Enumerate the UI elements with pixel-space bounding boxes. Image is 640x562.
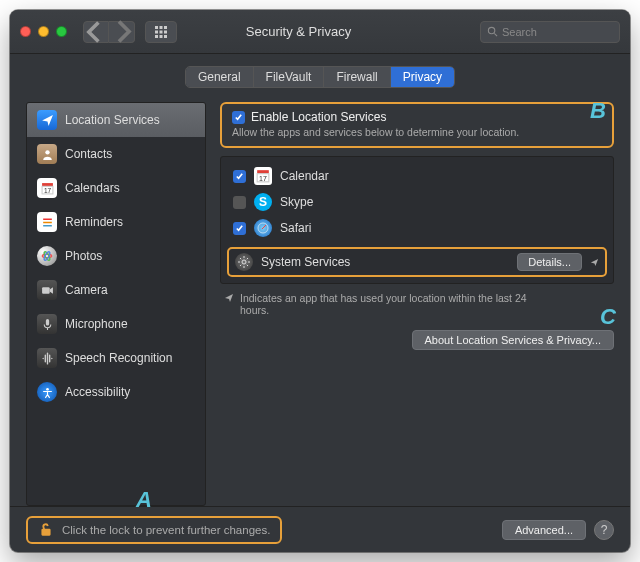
sidebar-item-label: Accessibility [65,385,130,399]
close-window-button[interactable] [20,26,31,37]
annotation-a: A [136,487,152,513]
tab-firewall[interactable]: Firewall [324,67,390,87]
sidebar-item-label: Speech Recognition [65,351,172,365]
enable-location-label: Enable Location Services [251,110,386,124]
contacts-icon [37,144,57,164]
bottom-bar: Click the lock to prevent further change… [10,506,630,552]
search-placeholder: Search [502,26,537,38]
sidebar-item-label: Microphone [65,317,128,331]
back-button[interactable] [83,21,109,43]
lock-icon[interactable] [38,522,54,538]
svg-text:17: 17 [259,175,267,182]
app-label: Skype [280,195,313,209]
sidebar-item-microphone[interactable]: Microphone [27,307,205,341]
system-services-row: System Services Details... [227,247,607,277]
app-checkbox[interactable] [233,222,246,235]
search-field[interactable]: Search [480,21,620,43]
sidebar-item-accessibility[interactable]: Accessibility [27,375,205,409]
safari-icon [254,219,272,237]
skype-icon: S [254,193,272,211]
svg-point-9 [488,27,494,33]
svg-rect-23 [45,319,48,326]
annotation-c: C [600,304,616,330]
detail-panel: Enable Location Services Allow the apps … [220,102,614,506]
tab-privacy[interactable]: Privacy [391,67,454,87]
sidebar-item-contacts[interactable]: Contacts [27,137,205,171]
help-button[interactable]: ? [594,520,614,540]
window-controls [20,26,67,37]
svg-line-35 [247,265,248,266]
app-list: 17 Calendar S Skype Safari System Servic… [220,156,614,284]
camera-icon [37,280,57,300]
sidebar-item-location-services[interactable]: Location Services [27,103,205,137]
svg-line-36 [240,265,241,266]
search-icon [487,26,498,37]
sidebar-item-label: Camera [65,283,108,297]
about-location-button[interactable]: About Location Services & Privacy... [412,330,615,350]
tabs: General FileVault Firewall Privacy [10,66,630,88]
advanced-button[interactable]: Advanced... [502,520,586,540]
svg-point-11 [45,150,49,154]
tab-filevault[interactable]: FileVault [254,67,325,87]
preferences-window: Security & Privacy Search General FileVa… [10,10,630,552]
calendar-app-icon: 17 [254,167,272,185]
sidebar-item-speech-recognition[interactable]: Speech Recognition [27,341,205,375]
sidebar-item-label: Calendars [65,181,120,195]
svg-rect-38 [41,528,50,535]
svg-text:17: 17 [43,186,51,193]
lock-box: Click the lock to prevent further change… [26,516,282,544]
enable-location-box: Enable Location Services Allow the apps … [220,102,614,148]
app-label: Safari [280,221,311,235]
app-row-skype: S Skype [227,191,607,213]
sidebar-item-reminders[interactable]: Reminders [27,205,205,239]
sidebar-item-label: Reminders [65,215,123,229]
details-button[interactable]: Details... [517,253,582,271]
svg-line-10 [494,33,497,36]
sidebar-item-label: Location Services [65,113,160,127]
annotation-b: B [590,98,606,124]
sidebar-item-label: Photos [65,249,102,263]
app-checkbox[interactable] [233,196,246,209]
enable-location-subtitle: Allow the apps and services below to det… [232,126,602,138]
indicator-note: Indicates an app that has used your loca… [220,292,614,316]
svg-line-37 [247,258,248,259]
gear-icon [235,253,253,271]
app-checkbox[interactable] [233,170,246,183]
svg-rect-22 [42,287,50,294]
lock-text: Click the lock to prevent further change… [62,524,270,536]
photos-icon [37,246,57,266]
speech-icon [37,348,57,368]
sidebar-item-calendars[interactable]: 17 Calendars [27,171,205,205]
svg-line-34 [240,258,241,259]
sidebar-item-photos[interactable]: Photos [27,239,205,273]
app-row-calendar: 17 Calendar [227,165,607,187]
svg-point-29 [242,260,246,264]
location-indicator-icon [590,258,599,267]
accessibility-icon [37,382,57,402]
system-services-label: System Services [261,255,509,269]
zoom-window-button[interactable] [56,26,67,37]
app-row-safari: Safari [227,217,607,239]
tab-general[interactable]: General [186,67,254,87]
microphone-icon [37,314,57,334]
calendar-icon: 17 [37,178,57,198]
privacy-sidebar: Location Services Contacts 17 Calendars … [26,102,206,506]
sidebar-item-camera[interactable]: Camera [27,273,205,307]
app-label: Calendar [280,169,329,183]
sidebar-item-label: Contacts [65,147,112,161]
window-title: Security & Privacy [127,24,470,39]
enable-location-checkbox[interactable] [232,111,245,124]
indicator-text: Indicates an app that has used your loca… [240,292,540,316]
location-arrow-icon [37,110,57,130]
reminders-icon [37,212,57,232]
svg-point-24 [46,387,49,390]
location-indicator-icon [224,293,234,303]
titlebar: Security & Privacy Search [10,10,630,54]
minimize-window-button[interactable] [38,26,49,37]
